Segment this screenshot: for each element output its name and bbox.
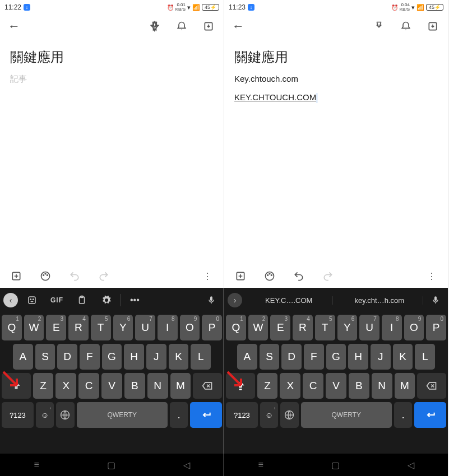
key-x[interactable]: X [55, 373, 76, 399]
note-title[interactable]: 關鍵應用 [234, 48, 438, 66]
backspace-key[interactable] [417, 373, 446, 399]
space-key[interactable]: QWERTY [77, 402, 168, 428]
enter-key[interactable] [190, 402, 222, 428]
note-content[interactable]: 關鍵應用 記事 [0, 38, 224, 264]
note-body-line-2[interactable]: KEY.CHTOUCH.COM [234, 92, 317, 103]
key-i[interactable]: I8 [158, 315, 178, 340]
key-t[interactable]: T5 [315, 315, 335, 340]
key-u[interactable]: U7 [359, 315, 379, 340]
key-v[interactable]: V [326, 373, 346, 399]
mic-icon[interactable] [427, 295, 445, 306]
emoji-key[interactable]: ☺, [260, 402, 278, 428]
nav-back[interactable]: ◁ [408, 460, 414, 470]
key-w[interactable]: W2 [24, 315, 44, 340]
period-key[interactable]: . [394, 402, 412, 428]
note-title[interactable]: 關鍵應用 [10, 48, 214, 66]
mic-icon[interactable] [202, 295, 220, 306]
key-j[interactable]: J [146, 344, 166, 370]
key-p[interactable]: P0 [426, 315, 446, 340]
space-key[interactable]: QWERTY [301, 402, 392, 428]
key-z[interactable]: Z [257, 373, 278, 399]
key-y[interactable]: Y6 [113, 315, 133, 340]
key-q[interactable]: Q1 [226, 315, 246, 340]
key-t[interactable]: T5 [91, 315, 111, 340]
key-o[interactable]: O9 [404, 315, 424, 340]
enter-key[interactable] [414, 402, 446, 428]
key-g[interactable]: G [102, 344, 122, 370]
back-button[interactable]: ← [232, 19, 244, 34]
suggestion-2[interactable]: key.cht…h.com [336, 296, 424, 305]
key-m[interactable]: M [395, 373, 415, 399]
archive-button[interactable] [425, 19, 440, 34]
shift-key[interactable] [2, 373, 31, 399]
palette-button[interactable] [261, 268, 278, 284]
key-h[interactable]: H [124, 344, 144, 370]
key-d[interactable]: D [57, 344, 77, 370]
nav-back[interactable]: ◁ [183, 460, 190, 470]
key-l[interactable]: L [415, 344, 435, 370]
key-n[interactable]: N [147, 373, 168, 399]
key-w[interactable]: W2 [248, 315, 269, 340]
symbols-key[interactable]: ?123 [226, 402, 258, 428]
more-button[interactable]: ⋮ [199, 268, 216, 284]
key-v[interactable]: V [101, 373, 122, 399]
symbols-key[interactable]: ?123 [2, 402, 34, 428]
language-key[interactable] [56, 402, 74, 428]
redo-button[interactable] [95, 268, 112, 284]
add-button[interactable] [8, 268, 25, 284]
key-e[interactable]: E3 [270, 315, 290, 340]
shift-key-caps[interactable] [226, 373, 255, 399]
clipboard-icon[interactable] [71, 295, 92, 305]
reminder-button[interactable] [174, 19, 189, 34]
nav-home[interactable]: ▢ [331, 460, 340, 470]
key-n[interactable]: N [372, 373, 392, 399]
key-c[interactable]: C [303, 373, 323, 399]
key-f[interactable]: F [304, 344, 324, 370]
undo-button[interactable] [66, 268, 83, 284]
archive-button[interactable] [201, 19, 216, 34]
key-g[interactable]: G [326, 344, 346, 370]
key-k[interactable]: K [393, 344, 413, 370]
more-icon[interactable]: ••• [124, 295, 145, 305]
key-a[interactable]: A [237, 344, 257, 370]
redo-button[interactable] [320, 268, 336, 284]
key-q[interactable]: Q1 [2, 315, 22, 340]
key-e[interactable]: E3 [46, 315, 66, 340]
note-content[interactable]: 關鍵應用 Key.chtouch.com KEY.CHTOUCH.COM [224, 38, 448, 264]
pin-button[interactable] [372, 19, 386, 34]
key-y[interactable]: Y6 [337, 315, 358, 340]
key-s[interactable]: S [260, 344, 280, 370]
language-key[interactable] [280, 402, 298, 428]
key-r[interactable]: R4 [68, 315, 89, 340]
nav-home[interactable]: ▢ [107, 460, 115, 470]
sticker-icon[interactable] [21, 295, 43, 305]
period-key[interactable]: . [170, 402, 188, 428]
settings-icon[interactable] [96, 295, 117, 305]
key-i[interactable]: I8 [382, 315, 402, 340]
more-button[interactable]: ⋮ [423, 268, 440, 284]
back-button[interactable]: ← [8, 19, 20, 34]
suggestion-1[interactable]: KEY.C….COM [246, 296, 333, 305]
key-a[interactable]: A [13, 344, 33, 370]
key-f[interactable]: F [80, 344, 100, 370]
pin-button[interactable] [147, 19, 162, 34]
key-z[interactable]: Z [33, 373, 54, 399]
note-body-placeholder[interactable]: 記事 [10, 74, 214, 85]
key-h[interactable]: H [348, 344, 368, 370]
key-l[interactable]: L [191, 344, 211, 370]
key-m[interactable]: M [170, 373, 191, 399]
keyboard-expand-icon[interactable]: › [228, 293, 242, 307]
palette-button[interactable] [37, 268, 54, 284]
key-x[interactable]: X [280, 373, 300, 399]
key-j[interactable]: J [371, 344, 391, 370]
key-o[interactable]: O9 [180, 315, 200, 340]
gif-button[interactable]: GIF [46, 296, 68, 304]
nav-recent[interactable]: ≡ [258, 460, 263, 470]
undo-button[interactable] [290, 268, 307, 284]
key-u[interactable]: U7 [135, 315, 155, 340]
reminder-button[interactable] [399, 19, 413, 34]
key-b[interactable]: B [349, 373, 369, 399]
backspace-key[interactable] [193, 373, 222, 399]
emoji-key[interactable]: ☺, [36, 402, 54, 428]
note-body-line-1[interactable]: Key.chtouch.com [234, 74, 438, 83]
